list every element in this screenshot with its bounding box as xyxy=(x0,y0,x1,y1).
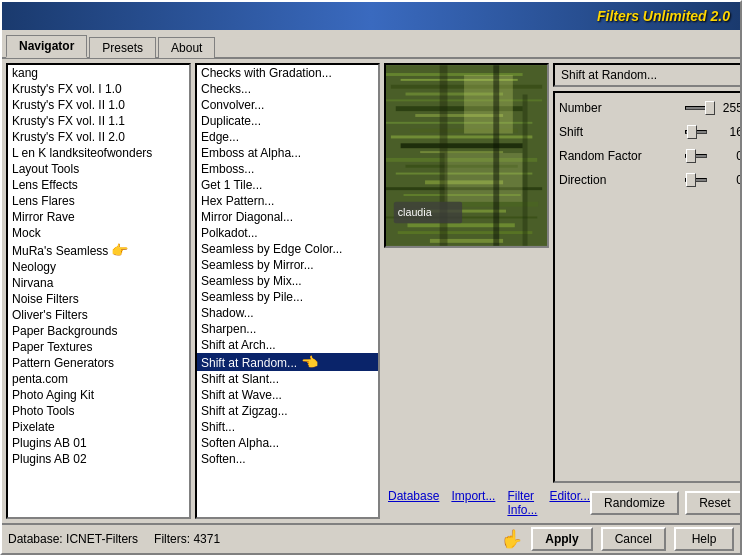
slider-thumb-direction[interactable] xyxy=(686,173,696,187)
left-list-item-kang[interactable]: kang xyxy=(8,65,189,81)
middle-list-item-shiftslant[interactable]: Shift at Slant... xyxy=(197,371,378,387)
left-list-item-patterngenerators[interactable]: Pattern Generators xyxy=(8,355,189,371)
middle-list-item-edge[interactable]: Edge... xyxy=(197,129,378,145)
tab-bar: Navigator Presets About xyxy=(2,30,740,59)
arrow-indicator: 👈 xyxy=(112,242,129,258)
left-list-item-mirrorrave[interactable]: Mirror Rave xyxy=(8,209,189,225)
param-label-number: Number xyxy=(559,101,679,115)
slider-track-direction[interactable] xyxy=(685,178,707,182)
title-bar-text: Filters Unlimited 2.0 xyxy=(597,8,730,24)
middle-list-item-shiftrandom[interactable]: Shift at Random...👈 xyxy=(197,353,378,371)
middle-list-item-sharpen[interactable]: Sharpen... xyxy=(197,321,378,337)
left-list-item-muraseamless[interactable]: MuRa's Seamless👈 xyxy=(8,241,189,259)
left-list-item-layouttools[interactable]: Layout Tools xyxy=(8,161,189,177)
tab-navigator[interactable]: Navigator xyxy=(6,35,87,58)
param-row-shift: Shift16 xyxy=(559,121,740,143)
middle-list-item-checks[interactable]: Checks... xyxy=(197,81,378,97)
slider-track-shift[interactable] xyxy=(685,130,707,134)
middle-list-item-shift[interactable]: Shift... xyxy=(197,419,378,435)
left-list-item-paperbackgrounds[interactable]: Paper Backgrounds xyxy=(8,323,189,339)
middle-list-item-shiftarch[interactable]: Shift at Arch... xyxy=(197,337,378,353)
middle-list-item-polkadot[interactable]: Polkadot... xyxy=(197,225,378,241)
left-list-item-krusty1[interactable]: Krusty's FX vol. I 1.0 xyxy=(8,81,189,97)
left-list-item-oliversfilters[interactable]: Oliver's Filters xyxy=(8,307,189,323)
left-list-item-lensflares[interactable]: Lens Flares xyxy=(8,193,189,209)
bottom-links: DatabaseImport...Filter Info...Editor... xyxy=(388,489,590,517)
preview-right-panel: Shift at Random... Number255Shift16Rando… xyxy=(553,63,740,483)
bottom-link-filterinfo[interactable]: Filter Info... xyxy=(507,489,537,517)
apply-button[interactable]: Apply xyxy=(531,527,592,551)
bottom-link-import[interactable]: Import... xyxy=(451,489,495,517)
left-list-item-pluginsab02[interactable]: Plugins AB 02 xyxy=(8,451,189,467)
middle-list-item-duplicate[interactable]: Duplicate... xyxy=(197,113,378,129)
left-list-item-pluginsab01[interactable]: Plugins AB 01 xyxy=(8,435,189,451)
param-row-direction: Direction0 xyxy=(559,169,740,191)
main-window: Filters Unlimited 2.0 Navigator Presets … xyxy=(0,0,742,555)
randomize-button[interactable]: Randomize xyxy=(590,491,679,515)
param-value-number: 255 xyxy=(713,101,740,115)
middle-list-item-mirrordiagonal[interactable]: Mirror Diagonal... xyxy=(197,209,378,225)
left-list-item-papertextures[interactable]: Paper Textures xyxy=(8,339,189,355)
middle-list-item-seamlessmirror[interactable]: Seamless by Mirror... xyxy=(197,257,378,273)
left-list-item-photoagingkit[interactable]: Photo Aging Kit xyxy=(8,387,189,403)
svg-rect-24 xyxy=(398,231,533,234)
middle-list-item-seamlessedge[interactable]: Seamless by Edge Color... xyxy=(197,241,378,257)
left-list-item-krusty4[interactable]: Krusty's FX vol. II 2.0 xyxy=(8,129,189,145)
param-label-shift: Shift xyxy=(559,125,679,139)
preview-container: claudia Shift at Random... Number255Shif… xyxy=(384,63,740,483)
slider-thumb-number[interactable] xyxy=(705,101,715,115)
left-list-item-neology[interactable]: Neology xyxy=(8,259,189,275)
slider-track-randomfactor[interactable] xyxy=(685,154,707,158)
middle-list-item-embossalpha[interactable]: Emboss at Alpha... xyxy=(197,145,378,161)
bottom-link-database[interactable]: Database xyxy=(388,489,439,517)
middle-list-item-shadow[interactable]: Shadow... xyxy=(197,305,378,321)
left-list-item-lenseffects[interactable]: Lens Effects xyxy=(8,177,189,193)
middle-list-item-emboss[interactable]: Emboss... xyxy=(197,161,378,177)
left-list-item-phototools[interactable]: Photo Tools xyxy=(8,403,189,419)
middle-list-item-seamlessmix[interactable]: Seamless by Mix... xyxy=(197,273,378,289)
middle-list-item-shiftzigzag[interactable]: Shift at Zigzag... xyxy=(197,403,378,419)
param-value-randomfactor: 0 xyxy=(713,149,740,163)
right-panel: claudia Shift at Random... Number255Shif… xyxy=(384,63,740,519)
filter-name-text: Shift at Random... xyxy=(561,68,657,82)
middle-list-item-seamlesspile[interactable]: Seamless by Pile... xyxy=(197,289,378,305)
param-value-direction: 0 xyxy=(713,173,740,187)
left-list-item-krusty2[interactable]: Krusty's FX vol. II 1.0 xyxy=(8,97,189,113)
left-list-item-lenk[interactable]: L en K landksiteofwonders xyxy=(8,145,189,161)
tab-presets[interactable]: Presets xyxy=(89,37,156,58)
slider-thumb-shift[interactable] xyxy=(687,125,697,139)
selected-arrow-icon: 👈 xyxy=(301,354,318,370)
middle-list-item-convolver[interactable]: Convolver... xyxy=(197,97,378,113)
param-label-randomfactor: Random Factor xyxy=(559,149,679,163)
slider-thumb-randomfactor[interactable] xyxy=(686,149,696,163)
database-label: Database: ICNET-Filters xyxy=(8,532,138,546)
param-value-shift: 16 xyxy=(713,125,740,139)
left-list-item-pixelate[interactable]: Pixelate xyxy=(8,419,189,435)
preview-image: claudia xyxy=(384,63,549,248)
cancel-button[interactable]: Cancel xyxy=(601,527,666,551)
middle-list-item-checkswithgrad[interactable]: Checks with Gradation... xyxy=(197,65,378,81)
tab-about[interactable]: About xyxy=(158,37,215,58)
svg-rect-11 xyxy=(391,135,532,138)
left-list-item-mock[interactable]: Mock xyxy=(8,225,189,241)
reset-button[interactable]: Reset xyxy=(685,491,740,515)
middle-list-item-hexpattern[interactable]: Hex Pattern... xyxy=(197,193,378,209)
left-list-item-pentacom[interactable]: penta.com xyxy=(8,371,189,387)
bottom-right-buttons: RandomizeReset xyxy=(590,491,740,515)
middle-list-item-shiftwave[interactable]: Shift at Wave... xyxy=(197,387,378,403)
left-list-item-noisefilters[interactable]: Noise Filters xyxy=(8,291,189,307)
bottom-link-editor[interactable]: Editor... xyxy=(549,489,590,517)
svg-rect-29 xyxy=(493,65,499,246)
middle-list-item-get1tile[interactable]: Get 1 Tile... xyxy=(197,177,378,193)
filter-name-display: Shift at Random... xyxy=(553,63,740,87)
middle-list-item-soften[interactable]: Soften... xyxy=(197,451,378,467)
middle-list-item-softenalpha[interactable]: Soften Alpha... xyxy=(197,435,378,451)
content-area: kangKrusty's FX vol. I 1.0Krusty's FX vo… xyxy=(2,59,740,523)
slider-track-number[interactable] xyxy=(685,106,707,110)
middle-panel[interactable]: Checks with Gradation...Checks...Convolv… xyxy=(195,63,380,519)
left-list-item-nirvana[interactable]: Nirvana xyxy=(8,275,189,291)
left-list-item-krusty3[interactable]: Krusty's FX vol. II 1.1 xyxy=(8,113,189,129)
svg-rect-30 xyxy=(523,95,528,246)
help-button[interactable]: Help xyxy=(674,527,734,551)
left-panel[interactable]: kangKrusty's FX vol. I 1.0Krusty's FX vo… xyxy=(6,63,191,519)
